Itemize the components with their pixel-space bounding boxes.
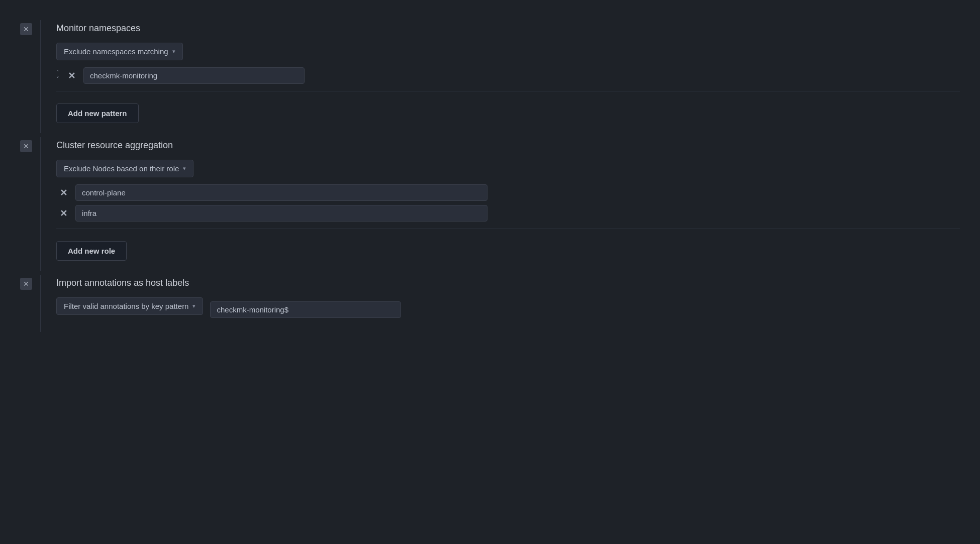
remove-section-monitor-button[interactable]: ✕: [20, 23, 32, 35]
section-left-cluster: ✕: [20, 137, 40, 152]
chevron-down-icon: ▾: [172, 48, 175, 55]
remove-x-icon-node-1: ✕: [60, 208, 67, 219]
namespace-input-0[interactable]: [83, 67, 305, 84]
divider-cluster: [56, 229, 960, 229]
close-x-icon-annotations: ✕: [23, 280, 29, 288]
close-x-icon: ✕: [23, 25, 29, 33]
node-input-row-0: ✕: [56, 184, 960, 201]
remove-namespace-button-0[interactable]: ✕: [64, 69, 78, 83]
chevron-down-icon-cluster: ▾: [183, 165, 186, 172]
exclude-namespaces-dropdown[interactable]: Exclude namespaces matching ▾: [56, 43, 183, 60]
remove-section-cluster-button[interactable]: ✕: [20, 140, 32, 152]
remove-node-button-1[interactable]: ✕: [56, 206, 70, 221]
section-title-annotations: Import annotations as host labels: [56, 278, 960, 288]
section-content-monitor: Monitor namespaces Exclude namespaces ma…: [40, 20, 960, 133]
section-monitor-namespaces: ✕ Monitor namespaces Exclude namespaces …: [20, 20, 960, 133]
section-left-annotations: ✕: [20, 275, 40, 290]
node-input-row-1: ✕: [56, 205, 960, 222]
node-input-0[interactable]: [75, 184, 487, 201]
add-new-role-button[interactable]: Add new role: [56, 241, 127, 261]
namespace-input-row-0: ˄ ˅ ✕: [56, 67, 960, 84]
annotation-row: Filter valid annotations by key pattern …: [56, 297, 960, 322]
filter-annotations-label: Filter valid annotations by key pattern: [64, 302, 188, 310]
remove-section-annotations-button[interactable]: ✕: [20, 278, 32, 290]
section-import-annotations: ✕ Import annotations as host labels Filt…: [20, 275, 960, 332]
annotation-value-input[interactable]: [210, 301, 401, 318]
main-container: ✕ Monitor namespaces Exclude namespaces …: [0, 10, 980, 346]
close-x-icon-cluster: ✕: [23, 142, 29, 150]
add-new-pattern-button[interactable]: Add new pattern: [56, 103, 139, 123]
exclude-namespaces-label: Exclude namespaces matching: [64, 47, 168, 56]
section-title-monitor: Monitor namespaces: [56, 23, 960, 34]
sort-arrows[interactable]: ˄ ˅: [56, 69, 59, 81]
section-title-cluster: Cluster resource aggregation: [56, 140, 960, 151]
section-content-cluster: Cluster resource aggregation Exclude Nod…: [40, 137, 960, 271]
arrow-down-icon: ˅: [56, 76, 59, 82]
remove-x-icon-0: ✕: [68, 70, 75, 81]
filter-annotations-dropdown[interactable]: Filter valid annotations by key pattern …: [56, 297, 203, 315]
remove-x-icon-node-0: ✕: [60, 187, 67, 198]
section-cluster-aggregation: ✕ Cluster resource aggregation Exclude N…: [20, 137, 960, 271]
exclude-nodes-dropdown[interactable]: Exclude Nodes based on their role ▾: [56, 160, 193, 177]
section-left-monitor: ✕: [20, 20, 40, 35]
divider-monitor: [56, 91, 960, 91]
node-input-1[interactable]: [75, 205, 487, 222]
arrow-up-icon: ˄: [56, 69, 59, 75]
chevron-down-icon-annotations: ▾: [192, 303, 195, 309]
section-content-annotations: Import annotations as host labels Filter…: [40, 275, 960, 332]
remove-node-button-0[interactable]: ✕: [56, 186, 70, 200]
exclude-nodes-label: Exclude Nodes based on their role: [64, 164, 179, 173]
